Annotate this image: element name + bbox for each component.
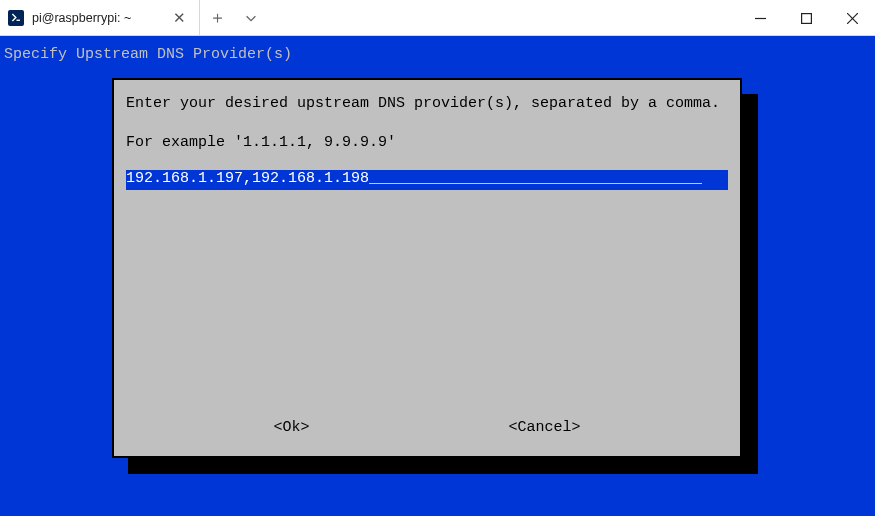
dns-input[interactable]: 192.168.1.197,192.168.1.198_____________… xyxy=(126,170,728,190)
tab-dropdown-button[interactable] xyxy=(234,0,268,35)
new-tab-button[interactable]: ＋ xyxy=(200,0,234,35)
terminal-viewport: Specify Upstream DNS Provider(s) Enter y… xyxy=(0,36,875,516)
terminal-tab[interactable]: pi@raspberrypi: ~ ✕ xyxy=(0,0,200,35)
tab-title: pi@raspberrypi: ~ xyxy=(32,11,161,25)
close-window-button[interactable] xyxy=(829,0,875,36)
dialog-line-1: Enter your desired upstream DNS provider… xyxy=(126,92,728,117)
dialog-buttons: <Ok> <Cancel> xyxy=(114,419,740,436)
svg-rect-1 xyxy=(801,13,811,23)
titlebar: pi@raspberrypi: ~ ✕ ＋ xyxy=(0,0,875,36)
dialog-line-2: For example '1.1.1.1, 9.9.9.9' xyxy=(126,131,728,156)
dns-input-value: 192.168.1.197,192.168.1.198 xyxy=(126,170,369,190)
ok-button[interactable]: <Ok> xyxy=(273,419,309,436)
cancel-button[interactable]: <Cancel> xyxy=(508,419,580,436)
dns-input-fill: _____________________________________ xyxy=(369,170,728,190)
maximize-button[interactable] xyxy=(783,0,829,36)
powershell-icon xyxy=(8,10,24,26)
dns-dialog: Enter your desired upstream DNS provider… xyxy=(112,78,742,458)
window-controls xyxy=(737,0,875,36)
close-tab-button[interactable]: ✕ xyxy=(169,8,189,28)
dialog-title: Specify Upstream DNS Provider(s) xyxy=(2,38,873,63)
minimize-button[interactable] xyxy=(737,0,783,36)
